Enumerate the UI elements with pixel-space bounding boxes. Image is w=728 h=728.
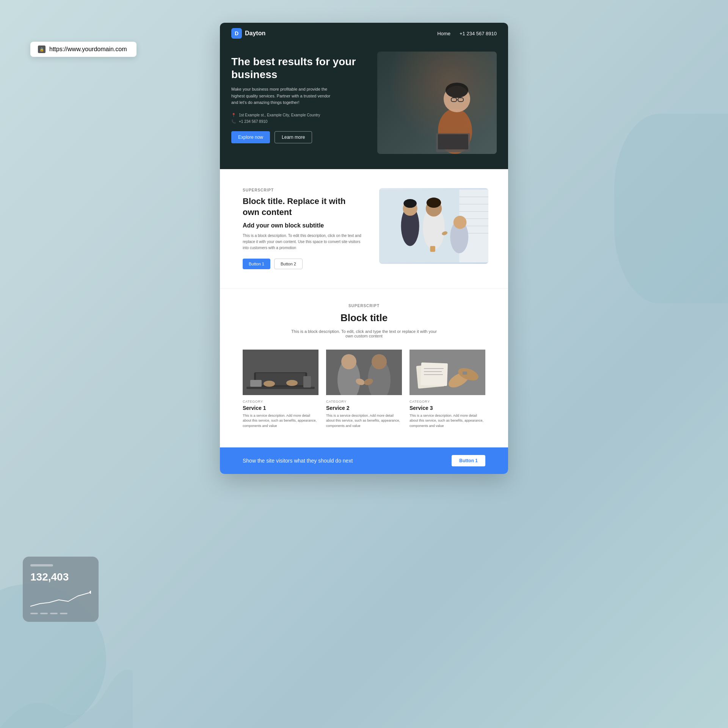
service-image-1: [243, 350, 318, 395]
url-text: https://www.yourdomain.com: [49, 46, 127, 53]
hero-description: Make your business more profitable and p…: [231, 86, 337, 106]
cta-text: Show the site visitors what they should …: [243, 458, 353, 464]
svg-point-0: [89, 591, 91, 594]
hero-phone: +1 234 567 8910: [239, 119, 267, 124]
services-grid: Category Service 1 This is a service des…: [243, 350, 485, 429]
section1-button1[interactable]: Button 1: [243, 259, 270, 269]
service3-title: Service 3: [410, 405, 485, 411]
service2-category: Category: [326, 400, 402, 403]
nav-logo: D: [231, 28, 242, 39]
hero-text: The best results for your business Make …: [231, 52, 377, 154]
hero-image: [377, 52, 497, 154]
service1-description: This is a service description. Add more …: [243, 413, 318, 429]
section-1: SUPERSCRIPT Block title. Replace it with…: [220, 169, 508, 288]
hero-photo: [377, 52, 497, 154]
service1-category: Category: [243, 400, 318, 403]
team-photo: [379, 188, 488, 264]
section-1-image: [379, 188, 488, 264]
service3-description: This is a service description. Add more …: [410, 413, 485, 429]
service-card-1: Category Service 1 This is a service des…: [243, 350, 318, 429]
service-image-3: [410, 350, 485, 395]
section1-buttons: Button 1 Button 2: [243, 259, 364, 269]
stats-chart: [30, 589, 91, 608]
svg-rect-29: [256, 373, 305, 385]
brand-name: Dayton: [245, 30, 265, 37]
svg-point-32: [286, 380, 298, 386]
svg-point-19: [403, 199, 417, 208]
svg-point-3: [446, 83, 468, 98]
stats-card: 132,403: [23, 557, 99, 622]
section1-title: Block title. Replace it with own content: [243, 196, 364, 218]
nav-phone: +1 234 567 8910: [460, 31, 497, 36]
hero-address: 1st Example st., Example City, Example C…: [239, 113, 320, 117]
url-bar: 🔒 https://www.yourdomain.com: [30, 42, 136, 57]
section-2: SUPERSCRIPT Block title This is a block …: [220, 288, 508, 447]
svg-rect-25: [430, 246, 435, 252]
svg-rect-8: [438, 134, 468, 149]
section2-title: Block title: [243, 312, 485, 325]
svg-rect-50: [463, 372, 467, 375]
svg-point-39: [372, 354, 387, 369]
section2-superscript: SUPERSCRIPT: [243, 304, 485, 308]
stats-dots: [30, 613, 91, 614]
service3-category: Category: [410, 400, 485, 403]
section2-description: This is a block description. To edit, cl…: [288, 329, 440, 338]
service2-title: Service 2: [326, 405, 402, 411]
learn-more-button[interactable]: Learn more: [275, 131, 312, 143]
stats-card-bar: [30, 564, 53, 566]
hero-section: D Dayton Home +1 234 567 8910 The best r…: [220, 23, 508, 169]
service-card-2: Category Service 2 This is a service des…: [326, 350, 402, 429]
home-link[interactable]: Home: [437, 31, 450, 36]
svg-point-24: [453, 216, 467, 229]
svg-point-37: [341, 354, 356, 369]
cta-section: Show the site visitors what they should …: [220, 447, 508, 474]
service-image-2: [326, 350, 402, 395]
svg-point-22: [427, 198, 441, 208]
section1-button2[interactable]: Button 2: [274, 259, 303, 269]
section1-description: This is a block description. To edit thi…: [243, 233, 364, 251]
svg-rect-44: [420, 362, 448, 386]
svg-point-31: [264, 381, 275, 387]
service-card-3: Category Service 3 This is a service des…: [410, 350, 485, 429]
section1-superscript: SUPERSCRIPT: [243, 188, 364, 192]
browser-window: D Dayton Home +1 234 567 8910 The best r…: [220, 23, 508, 474]
service2-description: This is a service description. Add more …: [326, 413, 402, 429]
explore-now-button[interactable]: Explore now: [231, 131, 270, 143]
service1-title: Service 1: [243, 405, 318, 411]
nav-right: Home +1 234 567 8910: [437, 31, 497, 36]
hero-phone-row: 📞 +1 234 567 8910: [231, 119, 377, 124]
svg-rect-35: [326, 350, 402, 395]
section-1-text: SUPERSCRIPT Block title. Replace it with…: [243, 188, 364, 269]
svg-rect-34: [250, 380, 262, 387]
navbar: D Dayton Home +1 234 567 8910: [220, 23, 508, 44]
hero-address-row: 📍 1st Example st., Example City, Example…: [231, 113, 377, 117]
hero-title: The best results for your business: [231, 55, 377, 81]
lock-icon: 🔒: [38, 46, 46, 53]
phone-icon: 📞: [231, 119, 236, 124]
stats-number: 132,403: [30, 571, 91, 583]
svg-rect-33: [303, 376, 311, 388]
cta-button[interactable]: Button 1: [452, 455, 485, 466]
hero-content: The best results for your business Make …: [220, 44, 508, 169]
location-icon: 📍: [231, 113, 236, 117]
section1-subtitle: Add your own block subtitle: [243, 222, 364, 229]
hero-buttons: Explore now Learn more: [231, 131, 377, 143]
nav-brand: D Dayton: [231, 28, 265, 39]
